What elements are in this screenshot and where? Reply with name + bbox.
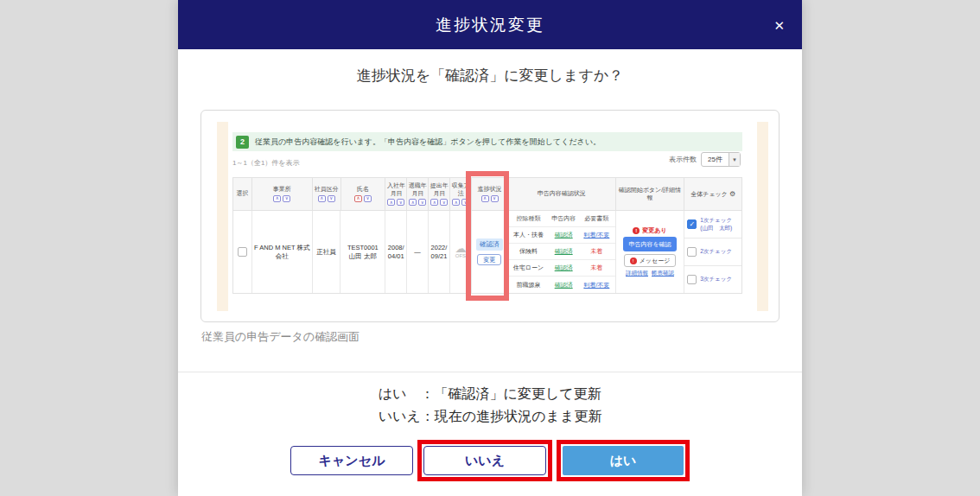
col-header-collection-method: 収集方法 <box>450 178 472 210</box>
sort-desc-icon <box>283 195 290 202</box>
confirmation-question: 進捗状況を「確認済」に変更しますか？ <box>178 66 802 86</box>
col-header-actions: 確認開始ボタン/詳細情報 <box>616 178 685 210</box>
checkbox-checked <box>687 219 697 229</box>
confirm-status-cell: 控除種類 申告内容 必要書類 本人・扶養 確認済 到着/不要 保険料 確認済 未… <box>508 211 616 293</box>
page-size-label: 表示件数 <box>669 155 697 164</box>
documents-status-link: 到着/不要 <box>583 281 609 289</box>
documents-status-link: 到着/不要 <box>583 231 609 239</box>
sort-desc-icon <box>364 195 372 202</box>
sort-asc-icon <box>481 195 489 202</box>
content-status-link: 確認済 <box>555 264 573 272</box>
page-size-select: 25件 <box>701 152 741 167</box>
alert-icon <box>633 227 640 234</box>
col-header-confirm-status: 申告内容確認状況 <box>508 178 616 210</box>
confirm-status-row: 本人・扶養 確認済 到着/不要 <box>508 227 615 244</box>
collection-method-cell: OFS <box>450 211 472 293</box>
name-cell: TEST0001 山田 太郎 <box>340 211 385 293</box>
explain-no-line: いいえ：現在の進捗状況のまま更新 <box>379 405 602 428</box>
col-header-progress-status: 進捗状況 <box>472 178 508 210</box>
message-button: メッセージ <box>624 254 677 267</box>
content-status-link: 確認済 <box>555 231 573 239</box>
actions-cell: 変更あり 申告内容を確認 メッセージ 詳細情報 帳票確認 <box>616 211 685 293</box>
yes-button[interactable]: はい <box>563 446 684 475</box>
confirm-status-row: 住宅ローン 確認済 未着 <box>508 260 615 277</box>
step-instruction: 従業員の申告内容確認を行います。「申告内容を確認」ボタンを押して作業を開始してく… <box>255 137 601 148</box>
office-cell: F AND M NET 株式会社 <box>252 211 313 293</box>
preview-left-margin <box>217 122 228 311</box>
changed-alert: 変更あり <box>633 226 666 234</box>
col-header-submission-date: 提出年月日 <box>429 178 450 210</box>
result-count: 1～1（全1）件を表示 <box>232 158 300 168</box>
check-item-3: 3次チェック <box>684 266 741 293</box>
check-item-2: 2次チェック <box>684 238 741 266</box>
yes-button-highlight: はい <box>557 440 690 481</box>
screen-preview: 2 従業員の申告内容確認を行います。「申告内容を確認」ボタンを押して作業を開始し… <box>200 110 780 322</box>
sort-asc-active-icon <box>354 195 362 202</box>
sort-asc-icon <box>409 199 417 206</box>
table-row: F AND M NET 株式会社 正社員 TEST0001 山田 太郎 2008… <box>233 211 741 293</box>
overall-check-cell: 1次チェック (山田 太郎) 2次チェック 3次チェック <box>684 211 741 293</box>
progress-change-modal: 進捗状況変更 進捗状況を「確認済」に変更しますか？ 2 従業員の申告内容確認を行… <box>178 0 802 496</box>
page-size-value: 25件 <box>702 153 729 166</box>
content-status-link: 確認済 <box>555 281 573 289</box>
cancel-button[interactable]: キャンセル <box>290 446 413 475</box>
choice-explanation: はい ：「確認済」に変更して更新 いいえ：現在の進捗状況のまま更新 <box>178 383 802 428</box>
notification-badge-icon <box>630 258 637 264</box>
confirm-status-header: 控除種類 申告内容 必要書類 <box>508 211 615 227</box>
employee-code: TEST0001 <box>347 244 379 252</box>
explain-yes-line: はい ：「確認済」に変更して更新 <box>379 383 602 405</box>
detail-info-link: 詳細情報 <box>626 270 648 277</box>
col-header-select: 選択 <box>233 178 252 210</box>
row-checkbox <box>238 247 247 257</box>
retirement-date-cell: — <box>407 211 429 293</box>
report-confirm-link: 帳票確認 <box>652 270 674 277</box>
sort-asc-icon <box>273 195 281 202</box>
col-header-retirement-date: 退職年月日 <box>407 178 429 210</box>
gear-icon <box>728 191 735 197</box>
confirm-status-row: 前職源泉 確認済 到着/不要 <box>508 277 615 293</box>
sort-desc-icon <box>397 199 404 206</box>
sort-desc-icon <box>328 195 335 202</box>
modal-header: 進捗状況変更 <box>178 0 802 49</box>
modal-title: 進捗状況変更 <box>436 14 544 36</box>
sort-asc-icon <box>387 199 395 206</box>
employment-type-cell: 正社員 <box>313 211 341 293</box>
sort-desc-icon <box>491 195 499 202</box>
status-badge: 確認済 <box>476 238 503 251</box>
content-status-link: 確認済 <box>555 247 573 256</box>
col-header-office: 事業所 <box>252 178 313 210</box>
preview-right-margin <box>757 122 768 311</box>
checkbox-unchecked <box>687 247 697 257</box>
cloud-icon <box>455 245 466 253</box>
step-number-badge: 2 <box>236 136 249 149</box>
col-header-employment-type: 社員区分 <box>313 178 341 210</box>
row-select-cell <box>233 211 252 293</box>
footer-divider <box>178 372 802 372</box>
submission-date-cell: 2022/09/21 <box>429 211 450 293</box>
col-header-overall-check: 全体チェック <box>684 178 741 210</box>
col-header-hire-date: 入社年月日 <box>385 178 407 210</box>
table-header-row: 選択 事業所 社員区分 氏名 入社年月日 退職年月 <box>233 178 741 211</box>
no-button[interactable]: いいえ <box>423 446 546 475</box>
sort-asc-icon <box>318 195 326 202</box>
preview-caption: 従業員の申告データの確認画面 <box>201 329 360 345</box>
check-item-1: 1次チェック (山田 太郎) <box>684 211 741 238</box>
sort-asc-icon <box>430 199 438 206</box>
chevron-down-icon <box>729 153 740 166</box>
close-icon[interactable] <box>773 18 785 31</box>
confirm-content-button: 申告内容を確認 <box>623 237 676 251</box>
documents-status-missing: 未着 <box>590 264 602 272</box>
progress-status-cell: 確認済 変更 <box>472 211 508 293</box>
checkbox-unchecked <box>687 275 697 284</box>
step-banner: 2 従業員の申告内容確認を行います。「申告内容を確認」ボタンを押して作業を開始し… <box>232 132 742 151</box>
sort-desc-icon <box>461 199 469 206</box>
employee-table: 選択 事業所 社員区分 氏名 入社年月日 退職年月 <box>232 177 742 294</box>
change-button: 変更 <box>477 254 501 265</box>
no-button-highlight: いいえ <box>417 440 552 481</box>
col-header-name: 氏名 <box>341 178 386 210</box>
sort-asc-icon <box>452 199 460 206</box>
confirm-status-row: 保険料 確認済 未着 <box>508 244 615 260</box>
documents-status-missing: 未着 <box>590 247 602 256</box>
sort-desc-icon <box>418 199 426 206</box>
page-size-control: 表示件数 25件 <box>669 152 741 167</box>
